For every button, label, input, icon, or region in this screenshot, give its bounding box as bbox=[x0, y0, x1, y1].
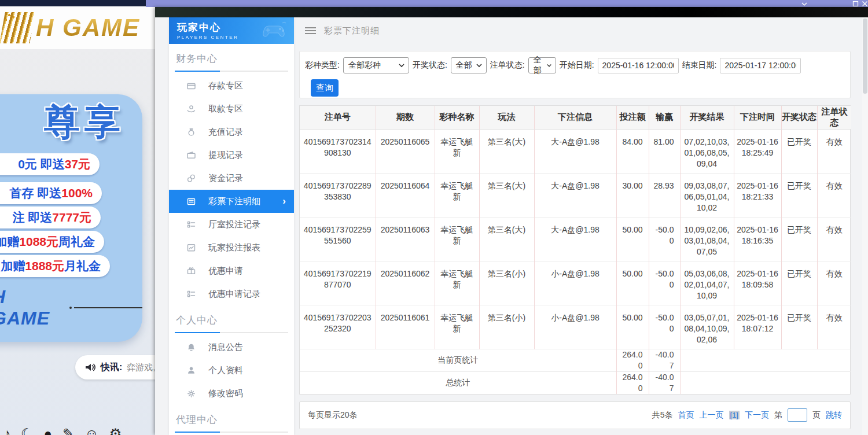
gear-icon bbox=[186, 389, 196, 399]
sidebar-item-label: 资金记录 bbox=[208, 173, 243, 184]
sidebar-item-lottery-bet-details[interactable]: 彩票下注明细› bbox=[169, 190, 294, 213]
person-icon bbox=[186, 366, 196, 375]
column-header: 注单号 bbox=[300, 106, 376, 129]
table-header-row: 注单号期数彩种名称玩法下注信息投注额输赢开奖结果下注时间开奖状态注单状态 bbox=[300, 106, 851, 129]
table-cell: 2025-01-16 18:07:12 bbox=[734, 305, 781, 349]
table-cell: 已开奖 bbox=[781, 217, 817, 261]
summary-winloss-total: -40.07 bbox=[649, 371, 680, 394]
table-body: 40156917370231490813020250116065幸运飞艇新第三名… bbox=[300, 129, 851, 394]
sidebar-item-change-password[interactable]: 修改密码 bbox=[169, 382, 294, 405]
moon-icon[interactable]: ☾ bbox=[21, 426, 34, 435]
scrollbar[interactable] bbox=[862, 17, 868, 435]
screen: H GAME 尊享 0元 即送37元 首存 即送100% 注 即送7777元 加… bbox=[0, 0, 868, 435]
promo-pill-highlight: 1088元 bbox=[19, 234, 58, 250]
sidebar-item-deposit-zone[interactable]: 存款专区 bbox=[169, 74, 294, 97]
table-cell: 401569173702259551560 bbox=[300, 217, 376, 261]
first-page-link[interactable]: 首页 bbox=[678, 410, 694, 421]
note-icon[interactable]: ♪ bbox=[3, 426, 10, 435]
column-header: 下注时间 bbox=[734, 106, 781, 129]
promo-footer: H GAME bbox=[0, 286, 142, 329]
bet-status-select[interactable]: 全部 bbox=[528, 57, 556, 73]
sidebar-item-label: 提现记录 bbox=[208, 150, 243, 161]
sidebar-item-label: 优惠申请记录 bbox=[208, 289, 260, 300]
table-cell: 20250116063 bbox=[376, 217, 435, 261]
doc-icon bbox=[186, 197, 196, 207]
brand-logo-bar: H GAME bbox=[0, 6, 155, 49]
start-date-label: 开始日期: bbox=[560, 60, 594, 71]
table-cell: 84.00 bbox=[616, 129, 649, 173]
table-cell: 2025-01-16 18:16:35 bbox=[734, 217, 781, 261]
lottery-type-select[interactable]: 全部彩种 bbox=[343, 57, 409, 73]
table-cell: 有效 bbox=[817, 173, 851, 217]
table-cell: 已开奖 bbox=[781, 261, 817, 305]
draw-status-select[interactable]: 全部 bbox=[451, 57, 487, 73]
section-divider bbox=[175, 71, 288, 72]
sidebar-item-promo-apply[interactable]: 优惠申请 bbox=[169, 259, 294, 282]
sidebar-section-label: 代理中心 bbox=[176, 413, 287, 426]
promo-pill-text: 月礼金 bbox=[64, 258, 101, 274]
table-cell: 81.00 bbox=[649, 129, 680, 173]
table-cell: 10,09,02,06,03,01,08,04,07,05 bbox=[680, 217, 734, 261]
table-cell: 已开奖 bbox=[781, 305, 817, 349]
start-date-input[interactable] bbox=[598, 58, 679, 73]
card-icon bbox=[186, 81, 196, 91]
table-cell: 大-A盘@1.98 bbox=[534, 173, 616, 217]
sidebar-item-label: 优惠申请 bbox=[208, 266, 243, 277]
draw-status-value: 全部 bbox=[456, 60, 472, 71]
dot-icon[interactable]: ● bbox=[44, 426, 53, 435]
taskbar-icons: ♪☾●✎☺⚙ bbox=[3, 426, 122, 435]
chevron-down-icon bbox=[547, 64, 551, 68]
wallet-icon bbox=[186, 150, 196, 160]
bet-status-value: 全部 bbox=[534, 55, 547, 76]
list-icon bbox=[186, 220, 196, 230]
sidebar-item-recharge-records[interactable]: 充值记录 bbox=[169, 120, 294, 143]
sidebar-item-player-bet-report[interactable]: 玩家投注报表 bbox=[169, 236, 294, 259]
scrollbar-thumb[interactable] bbox=[863, 19, 867, 94]
lottery-type-value: 全部彩种 bbox=[348, 60, 381, 71]
sidebar-item-hall-bet-records[interactable]: 厅室投注记录 bbox=[169, 213, 294, 236]
sidebar-item-label: 取款专区 bbox=[208, 104, 243, 115]
promo-pill-text: 注 即送 bbox=[12, 209, 52, 226]
sidebar-item-withdraw-records[interactable]: 提现记录 bbox=[169, 143, 294, 167]
background-window: H GAME 尊享 0元 即送37元 首存 即送100% 注 即送7777元 加… bbox=[0, 0, 155, 435]
end-date-input[interactable] bbox=[720, 58, 801, 73]
menu-icon[interactable] bbox=[305, 27, 316, 34]
sidebar-item-promo-apply-records[interactable]: 优惠申请记录 bbox=[169, 282, 294, 305]
table-cell: 大-A盘@1.98 bbox=[534, 217, 616, 261]
sidebar-item-profile[interactable]: 个人资料 bbox=[169, 359, 294, 382]
jump-suffix: 页 bbox=[812, 410, 821, 421]
sidebar-item-announcements[interactable]: 消息公告 bbox=[169, 336, 294, 359]
ticker-label: 快讯: bbox=[101, 362, 122, 374]
jump-link[interactable]: 跳转 bbox=[826, 410, 842, 421]
column-header: 期数 bbox=[376, 106, 435, 129]
hand-coin-icon bbox=[186, 104, 196, 114]
top-banner bbox=[155, 7, 868, 17]
table-cell: 05,03,06,08,02,01,04,07,10,09 bbox=[680, 261, 734, 305]
table-cell: 第三名(小) bbox=[479, 305, 534, 349]
smiley-icon[interactable]: ☺ bbox=[84, 426, 99, 435]
section-divider bbox=[175, 432, 288, 433]
promo-pill: 首存 即送100% bbox=[0, 182, 102, 204]
pencil-icon[interactable]: ✎ bbox=[62, 426, 74, 435]
chevron-down-icon bbox=[476, 64, 482, 68]
sidebar-item-withdraw-zone[interactable]: 取款专区 bbox=[169, 97, 294, 120]
end-date-label: 结束日期: bbox=[682, 60, 717, 71]
promo-pill: 注 即送7777元 bbox=[0, 207, 101, 228]
next-page-link[interactable]: 下一页 bbox=[745, 410, 769, 421]
prev-page-link[interactable]: 上一页 bbox=[700, 410, 724, 421]
jump-prefix: 第 bbox=[774, 410, 782, 421]
table-cell: 28.93 bbox=[649, 173, 680, 217]
summary-label: 当前页统计 bbox=[300, 349, 616, 371]
query-button[interactable]: 查询 bbox=[311, 79, 339, 97]
column-header: 投注额 bbox=[616, 106, 649, 129]
list-icon bbox=[186, 289, 196, 299]
main-window: 玩家中心 PLAYERS CENTER 财务中心存款专区取款专区充值记录提现记录… bbox=[155, 7, 868, 435]
gear-icon[interactable]: ⚙ bbox=[109, 426, 122, 435]
sidebar-item-funds-records[interactable]: 资金记录 bbox=[169, 167, 294, 190]
table-cell: 幸运飞艇新 bbox=[435, 217, 479, 261]
promo-headline: 尊享 bbox=[44, 98, 125, 146]
table-cell: 03,05,07,01,08,04,10,09,02,06 bbox=[680, 305, 734, 349]
ticker-text: 弈游戏, bbox=[127, 362, 155, 373]
sidebar-header: 玩家中心 PLAYERS CENTER bbox=[169, 17, 294, 44]
jump-page-input[interactable] bbox=[788, 408, 807, 422]
